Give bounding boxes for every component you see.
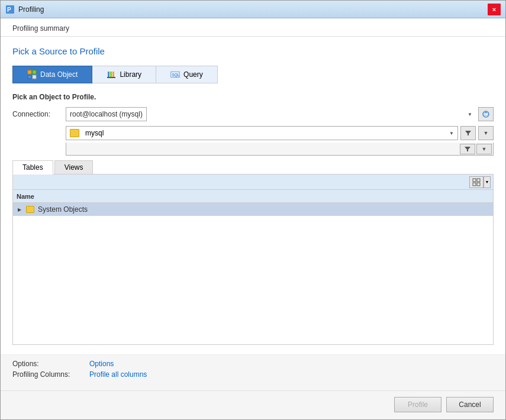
profiling-columns-link[interactable]: Profile all columns	[89, 370, 147, 379]
schema-value: mysql	[85, 129, 104, 137]
tab-data-object-label: Data Object	[40, 70, 78, 79]
profiling-columns-row: Profiling Columns: Profile all columns	[12, 370, 494, 379]
connection-wrapper: root@localhost (mysql)	[66, 107, 494, 121]
table-body: ▶ System Objects	[13, 203, 493, 344]
connection-select-wrapper: root@localhost (mysql)	[66, 107, 476, 121]
footer-section: Options: Options Profiling Columns: Prof…	[1, 354, 505, 390]
cancel-button[interactable]: Cancel	[446, 397, 494, 412]
window-icon: P	[5, 5, 15, 14]
svg-rect-3	[33, 70, 36, 74]
library-icon	[107, 70, 116, 79]
svg-rect-4	[28, 75, 31, 79]
filter-row: ▼	[66, 143, 494, 156]
object-title: Pick an Object to Profile.	[12, 93, 494, 101]
button-row: Profile Cancel	[1, 390, 505, 419]
section-title: Pick a Source to Profile	[12, 46, 494, 56]
svg-rect-19	[477, 183, 480, 186]
schema-filter-arrow: ▼	[484, 130, 489, 136]
schema-filter-button-1[interactable]	[460, 126, 476, 140]
svg-rect-6	[108, 72, 109, 77]
table-row[interactable]: ▶ System Objects	[13, 203, 493, 216]
svg-text:P: P	[7, 7, 11, 13]
connection-row: Connection: root@localhost (mysql)	[12, 107, 494, 121]
svg-marker-15	[465, 147, 470, 151]
svg-rect-16	[473, 179, 476, 182]
tab-tables[interactable]: Tables	[12, 160, 53, 175]
data-object-icon	[27, 70, 37, 79]
tab-query-label: Query	[183, 70, 203, 79]
row-name: System Objects	[38, 205, 88, 214]
breadcrumb: Profiling summary	[1, 18, 505, 37]
profile-button[interactable]: Profile	[394, 397, 441, 412]
options-label: Options:	[12, 360, 89, 368]
svg-rect-13	[484, 113, 488, 115]
schema-folder-icon	[70, 129, 79, 137]
svg-text:SQL: SQL	[172, 73, 179, 77]
table-toolbar: ▼	[13, 175, 493, 190]
inner-tabs: Tables Views	[12, 160, 494, 175]
svg-rect-8	[112, 72, 114, 77]
svg-rect-9	[107, 77, 115, 78]
inner-tabs-container: Tables Views	[12, 158, 494, 175]
tab-data-object[interactable]: Data Object	[12, 66, 92, 83]
svg-rect-7	[110, 72, 112, 77]
grid-dropdown-button[interactable]: ▼	[484, 176, 491, 188]
row-folder-icon	[26, 206, 34, 213]
svg-rect-17	[477, 179, 480, 182]
table-header: Name	[13, 190, 493, 203]
window-title: Profiling	[18, 5, 488, 14]
schema-dropdown-arrow: ▼	[449, 131, 454, 136]
schema-row: mysql ▼ ▼	[12, 126, 494, 140]
expand-icon[interactable]: ▶	[17, 206, 22, 212]
svg-rect-18	[473, 183, 476, 186]
query-icon: SQL	[170, 70, 180, 79]
main-content: Pick a Source to Profile Data Object	[1, 37, 505, 354]
schema-field: mysql ▼	[66, 126, 458, 140]
profiling-columns-label: Profiling Columns:	[12, 370, 89, 379]
table-container: ▼ Name ▶ System Objects	[12, 175, 494, 345]
content-area: Profiling summary Pick a Source to Profi…	[1, 18, 505, 419]
name-column-header: Name	[17, 193, 34, 200]
tab-library-label: Library	[120, 70, 141, 79]
main-window: P Profiling × Profiling summary Pick a S…	[0, 0, 506, 420]
grid-view-button[interactable]	[469, 176, 484, 188]
connection-select[interactable]: root@localhost (mysql)	[66, 107, 147, 121]
svg-rect-2	[28, 70, 31, 74]
object-filter-button-1[interactable]	[460, 144, 475, 154]
svg-marker-14	[465, 131, 471, 135]
options-link[interactable]: Options	[89, 360, 114, 368]
connection-refresh-button[interactable]	[478, 107, 494, 121]
object-filter-button-2[interactable]: ▼	[476, 144, 492, 154]
source-tabs: Data Object Library	[12, 66, 494, 83]
object-section: Pick an Object to Profile. Connection: r…	[12, 93, 494, 345]
schema-filter-button-2[interactable]: ▼	[478, 126, 494, 140]
object-filter-arrow: ▼	[482, 146, 487, 152]
tab-query[interactable]: SQL Query	[156, 66, 218, 83]
connection-label: Connection:	[12, 110, 66, 118]
tab-views[interactable]: Views	[54, 160, 94, 174]
grid-arrow: ▼	[485, 180, 489, 184]
close-button[interactable]: ×	[488, 4, 501, 15]
title-bar: P Profiling ×	[1, 1, 505, 18]
tab-library[interactable]: Library	[92, 66, 156, 83]
options-row: Options: Options	[12, 360, 494, 368]
svg-rect-5	[33, 75, 36, 79]
